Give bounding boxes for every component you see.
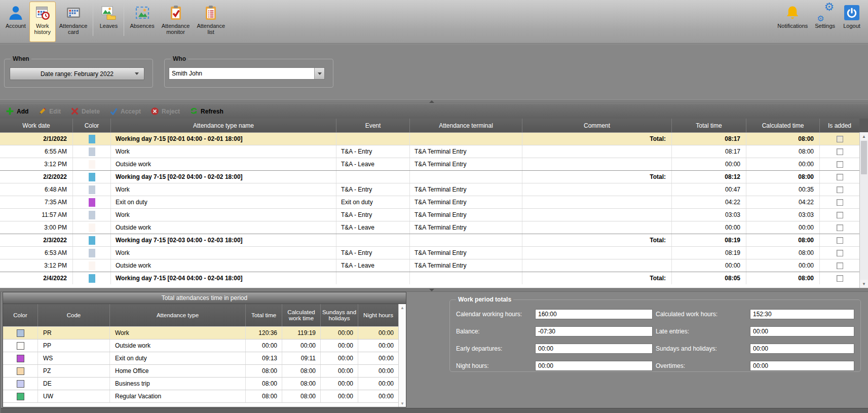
toolbar-separator — [93, 3, 93, 36]
splitter-top[interactable] — [0, 99, 868, 103]
toolbar-button-notifications[interactable]: Notifications — [774, 2, 811, 42]
color-swatch — [89, 249, 95, 257]
column-header-is-added[interactable]: Is added — [819, 119, 859, 132]
action-button-refresh[interactable]: Refresh — [188, 106, 230, 117]
totals-input-balance[interactable] — [535, 326, 653, 336]
summary-row[interactable]: PRWork120:36119:1900:0000:00 — [3, 326, 398, 339]
is-added-cell — [819, 221, 859, 234]
terminal-cell: T&A Terminal Entry — [409, 183, 522, 196]
attendance-row[interactable]: 2/1/2022Working day 7-15 [02-01 04:00 - … — [0, 132, 859, 145]
summary-column-header-attendance-type[interactable]: Attendance type — [109, 304, 245, 326]
attendance-row[interactable]: 3:00 PMOutside workT&A - LeaveT&A Termin… — [0, 221, 859, 234]
column-header-total-time[interactable]: Total time — [671, 119, 746, 132]
summary-column-header-sundays-and-holidays[interactable]: Sundays and holidays — [320, 304, 358, 326]
scroll-up-button[interactable]: ▲ — [400, 304, 404, 311]
work-date-cell: 6:53 AM — [0, 247, 72, 259]
totals-input-late-entries[interactable] — [750, 326, 854, 336]
summary-row[interactable]: UWRegular Vacation08:0008:0000:0000:00 — [3, 390, 398, 402]
totals-input-calendar-working-hours[interactable] — [535, 309, 653, 319]
totals-input-night-hours[interactable] — [535, 361, 653, 371]
scrollbar-track[interactable] — [860, 175, 868, 280]
attendance-row[interactable]: 3:12 PMOutside workT&A - LeaveT&A Termin… — [0, 259, 859, 272]
color-swatch — [89, 223, 95, 232]
action-button-add[interactable]: Add — [4, 106, 34, 117]
vertical-scrollbar[interactable]: ▲ ▼ — [859, 132, 868, 288]
attendance-row[interactable]: 6:55 AMWorkT&A - EntryT&A Terminal Entry… — [0, 145, 859, 158]
splitter-bottom[interactable] — [0, 288, 868, 292]
totals-input-calculated-work-hours[interactable] — [750, 309, 854, 319]
summary-column-header-code[interactable]: Code — [37, 304, 109, 326]
summary-row[interactable]: DEBusiness trip08:0008:0000:0000:00 — [3, 377, 398, 390]
window-bottom-edge — [1, 408, 868, 413]
comment-cell — [522, 145, 671, 158]
toolbar-button-settings[interactable]: ⚙⚙Settings — [811, 2, 839, 42]
totals-input-overtimes[interactable] — [750, 361, 854, 371]
attendance-row[interactable]: 2/2/2022Working day 7-15 [02-02 04:00 - … — [0, 170, 859, 183]
summary-column-header-color[interactable]: Color — [3, 304, 37, 326]
toolbar-button-absences[interactable]: Absences — [126, 2, 158, 42]
terminal-cell: T&A Terminal Entry — [409, 209, 522, 221]
scroll-down-button[interactable]: ▼ — [400, 400, 404, 407]
toolbar-button-attendance-monitor[interactable]: Attendance monitor — [158, 2, 194, 42]
code-cell: PZ — [37, 365, 109, 377]
is-added-cell — [819, 145, 859, 158]
terminal-cell: T&A Terminal Entry — [409, 259, 522, 272]
is-added-checkbox[interactable] — [837, 174, 843, 180]
totals-input-early-departures[interactable] — [535, 344, 653, 354]
summary-row[interactable]: WSExit on duty09:1309:1100:0000:00 — [3, 352, 398, 364]
attendance-row[interactable]: 7:35 AMExit on dutyExit on dutyT&A Termi… — [0, 196, 859, 208]
column-header-color[interactable]: Color — [72, 119, 110, 132]
column-header-calculated-time[interactable]: Calculated time — [746, 119, 819, 132]
attendance-row[interactable]: 2/3/2022Working day 7-15 [02-03 04:00 - … — [0, 234, 859, 246]
toolbar-button-logout[interactable]: Logout — [839, 2, 865, 42]
summary-column-header-total-time[interactable]: Total time — [245, 304, 282, 326]
is-added-checkbox[interactable] — [837, 212, 843, 218]
attendance-row[interactable]: 6:48 AMWorkT&A - EntryT&A Terminal Entry… — [0, 183, 859, 196]
column-header-attendance-type-name[interactable]: Attendance type name — [110, 119, 336, 132]
toolbar-button-attendance-list[interactable]: Attendance list — [193, 2, 229, 42]
summary-scrollbar[interactable]: ▲ ▼ — [398, 304, 406, 407]
employee-combobox[interactable]: Smith John — [169, 67, 325, 80]
scroll-up-button[interactable]: ▲ — [860, 132, 868, 140]
is-added-checkbox[interactable] — [837, 224, 843, 231]
is-added-checkbox[interactable] — [837, 161, 843, 168]
combo-dropdown-button[interactable] — [314, 68, 324, 79]
splitter-collapse-icon[interactable] — [429, 100, 434, 103]
attendance-row[interactable]: 3:12 PMOutside workT&A - LeaveT&A Termin… — [0, 158, 859, 170]
totals-input-sundays-and-holidays[interactable] — [750, 344, 854, 354]
attendance-type-cell: Working day 7-15 [02-03 04:00 - 02-03 18… — [110, 234, 336, 246]
attendance-row[interactable]: 11:57 AMWorkT&A - EntryT&A Terminal Entr… — [0, 208, 859, 221]
work-date-cell: 6:55 AM — [0, 145, 72, 158]
scrollbar-thumb[interactable] — [861, 141, 867, 174]
is-added-checkbox[interactable] — [837, 237, 843, 244]
column-header-attendance-terminal[interactable]: Attendance terminal — [409, 119, 522, 132]
summary-row[interactable]: PZHome Office08:0008:0000:0000:00 — [3, 364, 398, 377]
is-added-checkbox[interactable] — [837, 148, 843, 155]
is-added-checkbox[interactable] — [837, 250, 843, 256]
attendance-row[interactable]: 2/4/2022Working day 7-15 [02-04 04:00 - … — [0, 272, 859, 284]
summary-row[interactable]: PPOutside work00:0000:0000:0000:00 — [3, 339, 398, 352]
toolbar-button-work-history[interactable]: Work history — [29, 2, 56, 42]
comment-cell: Total: — [522, 234, 671, 246]
is-added-checkbox[interactable] — [837, 136, 843, 142]
column-header-comment[interactable]: Comment — [522, 119, 671, 132]
splitter-collapse-icon[interactable] — [429, 289, 434, 291]
column-header-event[interactable]: Event — [336, 119, 409, 132]
is-added-checkbox[interactable] — [837, 262, 843, 269]
attendance-type-cell: Outside work — [110, 221, 336, 234]
column-header-work-date[interactable]: Work date — [0, 119, 72, 132]
scroll-down-button[interactable]: ▼ — [860, 280, 868, 288]
is-added-checkbox[interactable] — [837, 186, 843, 193]
toolbar-button-leaves[interactable]: Leaves — [95, 2, 122, 42]
calculated-time-cell: 08:00 — [746, 171, 819, 183]
total-time-cell: 08:00 — [245, 390, 282, 402]
attendance-row[interactable]: 6:53 AMWorkT&A - EntryT&A Terminal Entry… — [0, 246, 859, 259]
is-added-checkbox[interactable] — [837, 199, 843, 206]
date-range-dropdown[interactable]: Date range: February 2022 — [10, 67, 144, 80]
when-label: When — [11, 55, 31, 62]
is-added-checkbox[interactable] — [837, 275, 843, 282]
toolbar-button-account[interactable]: Account — [2, 2, 29, 42]
summary-column-header-calculated-work-time[interactable]: Calculated work time — [282, 304, 320, 326]
summary-column-header-night-hours[interactable]: Night hours — [358, 304, 398, 326]
toolbar-button-attendance-card[interactable]: Attendance card — [56, 2, 91, 42]
